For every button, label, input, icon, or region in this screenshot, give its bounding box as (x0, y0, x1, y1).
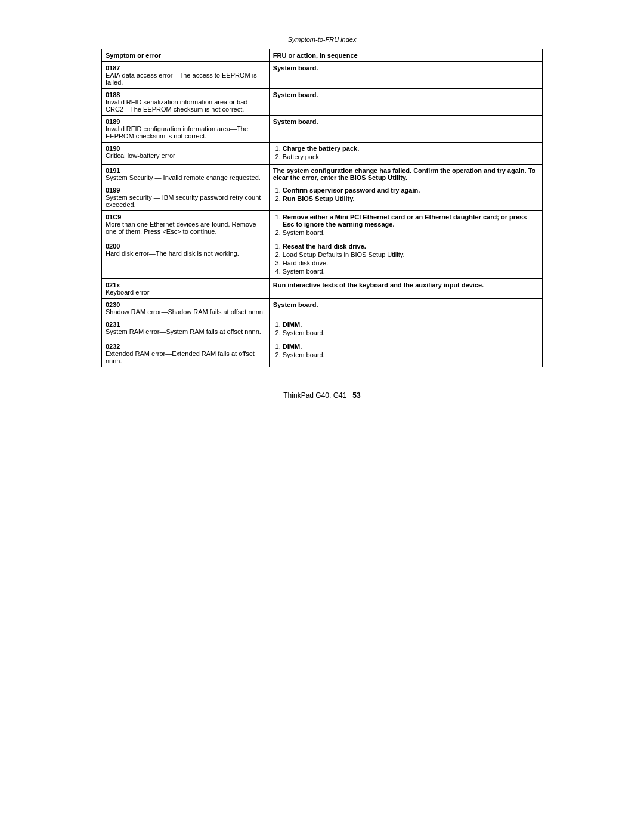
table-row: 0200Hard disk error—The hard disk is not… (102, 240, 543, 279)
symptom-cell: 0231System RAM error—System RAM fails at… (102, 318, 270, 340)
action-list-item: DIMM. (283, 343, 538, 350)
table-row: 0187EAIA data access error—The access to… (102, 62, 543, 89)
col-header-action: FRU or action, in sequence (269, 49, 542, 62)
action-list-item: Battery pack. (283, 153, 538, 160)
table-row: 0231System RAM error—System RAM fails at… (102, 318, 543, 340)
action-text: System board. (273, 301, 318, 308)
symptom-cell: 0230Shadow RAM error—Shadow RAM fails at… (102, 299, 270, 318)
action-list: DIMM.System board. (283, 343, 538, 358)
error-code: 0191 (106, 167, 120, 174)
action-list: Confirm supervisor password and try agai… (283, 187, 538, 202)
error-code: 0190 (106, 145, 120, 152)
action-cell: System board. (269, 116, 542, 143)
action-text: Run interactive tests of the keyboard an… (273, 281, 484, 289)
symptom-cell: 0200Hard disk error—The hard disk is not… (102, 240, 270, 279)
error-code: 0187 (106, 64, 120, 72)
table-row: 01C9More than one Ethernet devices are f… (102, 211, 543, 240)
action-cell: Confirm supervisor password and try agai… (269, 184, 542, 211)
action-cell: The system configuration change has fail… (269, 165, 542, 184)
action-cell: Reseat the hard disk drive.Load Setup De… (269, 240, 542, 279)
table-row: 021xKeyboard errorRun interactive tests … (102, 279, 543, 299)
error-code: 0188 (106, 91, 120, 98)
action-list-item: System board. (283, 229, 538, 236)
action-cell: DIMM.System board. (269, 340, 542, 367)
footer-model: ThinkPad G40, G41 (283, 391, 346, 400)
table-row: 0189Invalid RFID configuration informati… (102, 116, 543, 143)
action-text: The system configuration change has fail… (273, 167, 535, 181)
action-text: System board. (273, 118, 318, 125)
page-subtitle: Symptom-to-FRU index (288, 36, 357, 43)
action-list-item: Load Setup Defaults in BIOS Setup Utilit… (283, 251, 538, 258)
error-code: 0199 (106, 187, 120, 194)
action-list: Charge the battery pack.Battery pack. (283, 145, 538, 160)
footer-page: 53 (352, 391, 360, 400)
error-code: 021x (106, 281, 120, 289)
action-list-item: Charge the battery pack. (283, 145, 538, 152)
table-row: 0190Critical low-battery errorCharge the… (102, 143, 543, 165)
action-text: System board. (273, 91, 318, 98)
symptom-cell: 0232Extended RAM error—Extended RAM fail… (102, 340, 270, 367)
action-cell: Run interactive tests of the keyboard an… (269, 279, 542, 299)
action-list: Reseat the hard disk drive.Load Setup De… (283, 243, 538, 275)
error-code: 01C9 (106, 213, 121, 221)
symptom-cell: 01C9More than one Ethernet devices are f… (102, 211, 270, 240)
symptom-cell: 0199System security — IBM security passw… (102, 184, 270, 211)
table-row: 0191System Security — Invalid remote cha… (102, 165, 543, 184)
action-list-item: System board. (283, 268, 538, 275)
table-row: 0232Extended RAM error—Extended RAM fail… (102, 340, 543, 367)
symptom-cell: 0190Critical low-battery error (102, 143, 270, 165)
page-footer: ThinkPad G40, G41 53 (101, 391, 543, 400)
symptom-cell: 0191System Security — Invalid remote cha… (102, 165, 270, 184)
col-header-symptom: Symptom or error (102, 49, 270, 62)
table-row: 0230Shadow RAM error—Shadow RAM fails at… (102, 299, 543, 318)
table-row: 0188Invalid RFID serialization informati… (102, 89, 543, 116)
action-cell: Charge the battery pack.Battery pack. (269, 143, 542, 165)
action-cell: DIMM.System board. (269, 318, 542, 340)
action-cell: Remove either a Mini PCI Ethernet card o… (269, 211, 542, 240)
table-row: 0199System security — IBM security passw… (102, 184, 543, 211)
action-list-item: Reseat the hard disk drive. (283, 243, 538, 250)
error-code: 0200 (106, 243, 120, 250)
error-code: 0189 (106, 118, 120, 125)
action-list: DIMM.System board. (283, 321, 538, 336)
symptom-cell: 0187EAIA data access error—The access to… (102, 62, 270, 89)
action-cell: System board. (269, 299, 542, 318)
action-list-item: DIMM. (283, 321, 538, 328)
error-code: 0232 (106, 343, 120, 350)
action-list-item: System board. (283, 329, 538, 336)
action-text: System board. (273, 64, 318, 72)
symptom-cell: 021xKeyboard error (102, 279, 270, 299)
action-cell: System board. (269, 62, 542, 89)
error-code: 0230 (106, 301, 120, 308)
action-list-item: Hard disk drive. (283, 259, 538, 267)
symptom-cell: 0189Invalid RFID configuration informati… (102, 116, 270, 143)
action-list-item: System board. (283, 351, 538, 358)
action-list-item: Run BIOS Setup Utility. (283, 195, 538, 202)
error-code: 0231 (106, 321, 120, 328)
action-cell: System board. (269, 89, 542, 116)
action-list-item: Remove either a Mini PCI Ethernet card o… (283, 213, 538, 228)
page-container: Symptom-to-FRU index Symptom or error FR… (89, 0, 555, 423)
symptom-fru-table: Symptom or error FRU or action, in seque… (101, 49, 543, 367)
action-list-item: Confirm supervisor password and try agai… (283, 187, 538, 194)
symptom-cell: 0188Invalid RFID serialization informati… (102, 89, 270, 116)
action-list: Remove either a Mini PCI Ethernet card o… (283, 213, 538, 236)
